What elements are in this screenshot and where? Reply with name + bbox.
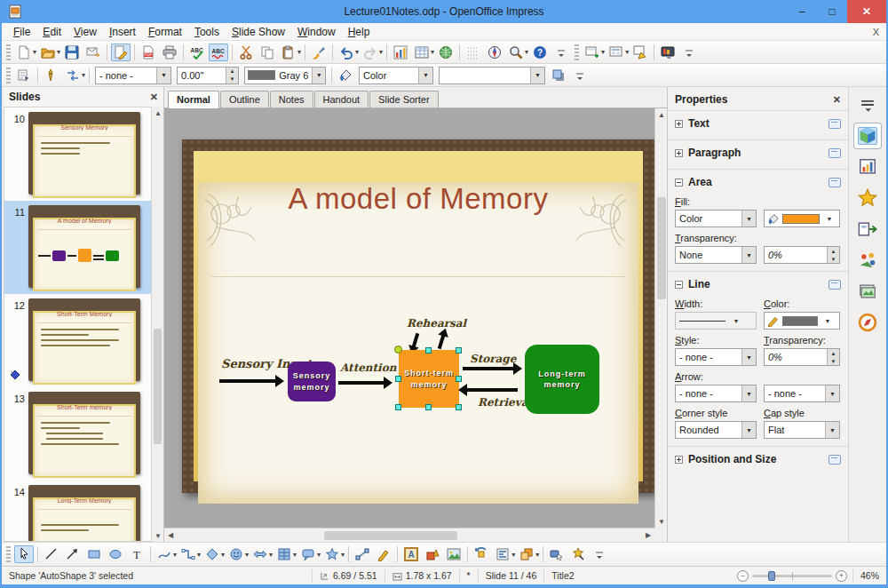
align-dropdown-icon[interactable]: ▾ bbox=[511, 551, 515, 559]
menu-edit[interactable]: Edit bbox=[36, 24, 67, 40]
dialog-launcher-icon[interactable] bbox=[829, 455, 841, 465]
rotate-icon[interactable] bbox=[472, 545, 491, 563]
menu-file[interactable]: File bbox=[7, 24, 36, 40]
scroll-up-icon[interactable]: ▲ bbox=[152, 107, 164, 119]
line-color-button[interactable]: ▼ bbox=[764, 312, 840, 330]
line-transparency-spinner[interactable]: 0% ▲▼ bbox=[764, 348, 840, 366]
fill-color-button[interactable]: ▼ bbox=[764, 210, 840, 227]
block-arrows-icon[interactable] bbox=[250, 545, 270, 563]
fill-can-icon[interactable] bbox=[336, 66, 355, 83]
new-slide-icon[interactable] bbox=[583, 44, 602, 61]
undo-icon[interactable] bbox=[337, 44, 356, 61]
slide-thumbnail-12[interactable]: 12 Short-Term Memory bbox=[4, 294, 151, 387]
dialog-launcher-icon[interactable] bbox=[829, 280, 841, 290]
slide-design-icon[interactable] bbox=[630, 44, 650, 61]
tab-handout[interactable]: Handout bbox=[314, 91, 369, 107]
slide-thumbnail-10[interactable]: 10 Sensory Memory bbox=[4, 107, 151, 201]
master-pages-tab-icon[interactable] bbox=[858, 158, 877, 176]
zoom-out-icon[interactable]: − bbox=[737, 570, 749, 582]
zoom-slider-knob[interactable] bbox=[768, 571, 775, 581]
minimize-button[interactable]: – bbox=[787, 0, 817, 23]
stars-icon[interactable] bbox=[322, 545, 342, 563]
line-style-select[interactable]: - none -▼ bbox=[95, 67, 171, 84]
animation-effects-icon[interactable] bbox=[568, 545, 588, 563]
slides-panel-close-icon[interactable]: ✕ bbox=[150, 91, 158, 103]
zoom-in-icon[interactable]: + bbox=[836, 570, 847, 582]
line-tool-icon[interactable] bbox=[42, 545, 61, 563]
edit-file-icon[interactable] bbox=[111, 44, 131, 61]
fill-color-select[interactable]: ▼ bbox=[439, 67, 545, 84]
line-color-select[interactable]: Gray 6▼ bbox=[244, 67, 326, 84]
navigator-tab-icon[interactable] bbox=[858, 314, 877, 331]
callouts-icon[interactable] bbox=[298, 545, 318, 563]
spellcheck-icon[interactable]: ABC bbox=[187, 44, 207, 61]
overflow-icon[interactable] bbox=[679, 44, 699, 61]
menu-tools[interactable]: Tools bbox=[188, 24, 226, 40]
zoom-level[interactable]: 46% bbox=[852, 569, 886, 583]
fill-type-dropdown[interactable]: Color▼ bbox=[675, 210, 757, 227]
arrow-style-dropdown-icon[interactable]: ▾ bbox=[82, 71, 85, 79]
transparency-spinner[interactable]: 0% ▲▼ bbox=[764, 246, 840, 264]
email-icon[interactable] bbox=[83, 44, 103, 61]
arrow-rehearsal-in[interactable] bbox=[412, 333, 420, 347]
scrollbar-thumb[interactable] bbox=[324, 531, 457, 540]
rectangle-icon[interactable] bbox=[84, 545, 104, 563]
copy-icon[interactable] bbox=[258, 44, 277, 61]
collapse-icon[interactable] bbox=[675, 179, 683, 187]
new-icon[interactable] bbox=[14, 44, 34, 61]
redo-icon[interactable] bbox=[361, 44, 380, 61]
paste-dropdown-icon[interactable]: ▾ bbox=[297, 48, 301, 56]
menu-view[interactable]: View bbox=[67, 24, 103, 40]
label-rehearsal[interactable]: Rehearsal bbox=[407, 317, 466, 330]
start-slideshow-icon[interactable] bbox=[658, 44, 678, 61]
line-pen-icon[interactable] bbox=[42, 67, 61, 84]
interaction-icon[interactable] bbox=[547, 545, 567, 563]
callouts-dropdown-icon[interactable]: ▾ bbox=[317, 551, 321, 559]
selection-handle-bottom[interactable] bbox=[425, 404, 432, 410]
slide-layout-dropdown-icon[interactable]: ▾ bbox=[625, 48, 629, 56]
collapse-icon[interactable] bbox=[675, 281, 683, 289]
table-dropdown-icon[interactable]: ▾ bbox=[431, 48, 434, 56]
select-icon[interactable] bbox=[14, 545, 34, 563]
scroll-down-icon[interactable]: ▼ bbox=[152, 529, 164, 542]
flowchart-icon[interactable] bbox=[274, 545, 294, 563]
gallery-icon[interactable] bbox=[423, 545, 442, 563]
menu-format[interactable]: Format bbox=[142, 24, 188, 40]
expand-icon[interactable] bbox=[675, 120, 683, 128]
help-icon[interactable]: ? bbox=[530, 44, 550, 61]
zoom-dropdown-icon[interactable]: ▾ bbox=[525, 48, 528, 56]
animation-tab-icon[interactable] bbox=[858, 189, 877, 207]
arrange-icon[interactable] bbox=[517, 545, 536, 563]
toolbar-grip[interactable] bbox=[6, 546, 11, 562]
auto-spellcheck-icon[interactable]: ABC bbox=[209, 44, 228, 61]
ellipse-icon[interactable] bbox=[106, 545, 125, 563]
scrollbar-thumb[interactable] bbox=[154, 329, 162, 444]
hyperlink-icon[interactable] bbox=[436, 44, 456, 61]
properties-tab-icon[interactable] bbox=[858, 127, 877, 145]
format-paintbrush-icon[interactable] bbox=[309, 44, 329, 61]
slide-thumbnail-11-selected[interactable]: 11 A model of Memory bbox=[4, 201, 151, 294]
scrollbar-thumb[interactable] bbox=[657, 197, 666, 299]
toolbar-grip[interactable] bbox=[575, 44, 579, 60]
scroll-left-icon[interactable]: ◀ bbox=[164, 529, 177, 542]
slide-layout-icon[interactable] bbox=[607, 44, 626, 61]
menu-insert[interactable]: Insert bbox=[103, 24, 142, 40]
open-dropdown-icon[interactable]: ▾ bbox=[57, 48, 60, 56]
toolbar-grip[interactable] bbox=[6, 68, 11, 83]
box-long-term-memory[interactable]: Long-termmemory bbox=[525, 345, 599, 414]
arrow-end-dropdown[interactable]: - none -▼ bbox=[764, 385, 840, 402]
fontwork-icon[interactable]: A bbox=[401, 545, 421, 563]
navigator-icon[interactable] bbox=[485, 44, 504, 61]
open-icon[interactable] bbox=[38, 44, 58, 61]
arrow-tool-icon[interactable] bbox=[63, 545, 83, 563]
connector-icon[interactable] bbox=[178, 545, 198, 563]
new-slide-dropdown-icon[interactable]: ▾ bbox=[601, 48, 605, 56]
close-button[interactable]: ✕ bbox=[847, 0, 886, 23]
tab-notes[interactable]: Notes bbox=[270, 91, 313, 107]
new-dropdown-icon[interactable]: ▾ bbox=[33, 48, 36, 56]
print-icon[interactable] bbox=[160, 44, 179, 61]
stars-dropdown-icon[interactable]: ▾ bbox=[341, 551, 345, 559]
slide-thumbnail-13[interactable]: 13 Short-Term memory bbox=[4, 387, 151, 481]
dialog-launcher-icon[interactable] bbox=[829, 119, 841, 129]
basic-shapes-icon[interactable] bbox=[202, 545, 222, 563]
